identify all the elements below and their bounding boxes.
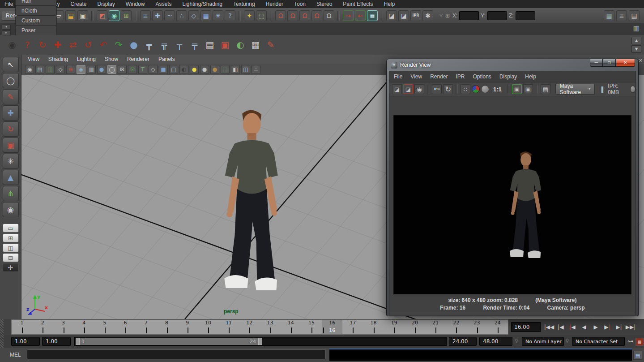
undo-icon[interactable]: ↶ [97,38,110,52]
shelf-tab-custom[interactable]: Custom [15,15,57,25]
highlight-selection-icon[interactable]: ⬚ [256,10,267,21]
attribute-editor-icon[interactable]: ▦ [604,10,614,21]
play-forwards-button[interactable]: ▶ [590,322,601,332]
rotate-tool[interactable]: ↻ [3,121,19,137]
camera-bookmarks-icon[interactable]: ▤ [35,65,44,74]
timeline-frame-20[interactable]: 20 [405,320,425,334]
timeline-frame-19[interactable]: 19 [384,320,405,334]
auto-keyframe-icon[interactable]: ▦ [635,338,644,346]
renderer-selector[interactable]: Maya Software ▾ [555,84,595,95]
anim-end-field[interactable]: 48.00 [479,337,512,346]
current-time-field[interactable]: 16.00 [511,322,541,332]
keep-image-icon[interactable]: ▤ [541,84,550,94]
use-all-lights-icon[interactable]: ◐ [179,65,188,74]
directional-light-icon[interactable]: ● [210,65,219,74]
render-view-menu-help[interactable]: Help [525,73,536,80]
grid-toggle-icon[interactable]: ◈ [77,65,85,74]
render-view-titlebar[interactable]: ✦ Render View — ▢ ✕ [389,59,636,71]
display-real-size-icon[interactable]: ▣ [512,84,522,94]
snap-settings-icon[interactable]: ≡ [140,10,151,21]
layout-persp-graph[interactable]: ⊟ [3,253,19,262]
camera-track-icon[interactable]: ✚ [51,38,64,52]
resolution-gate-icon[interactable]: ● [97,65,106,74]
default-light-icon[interactable]: ● [190,65,199,74]
lasso-tool[interactable]: ◯ [3,73,19,88]
redo-previous-render-icon[interactable]: ◪ [403,84,413,94]
timeline-frame-16[interactable]: 1616 [322,320,342,334]
render-icon[interactable]: ◪ [392,84,402,94]
select-component-icon[interactable]: ⊞ [121,10,132,21]
character-model[interactable] [214,108,288,295]
magnet-point-icon[interactable]: Ω [299,10,310,21]
timeline-frame-2[interactable]: 2 [32,320,53,334]
timeline-frame-4[interactable]: 4 [74,320,94,334]
magnet-live-icon[interactable]: Ω [324,10,334,21]
timeline-frame-15[interactable]: 15 [301,320,322,334]
film-reel-icon[interactable]: ◉ [5,38,19,52]
select-tool[interactable]: ↖ [3,57,19,72]
render-view-menu-file[interactable]: File [394,73,402,80]
smooth-shade-icon[interactable]: ■ [159,65,168,74]
tool-settings-icon[interactable]: ≡ [616,10,627,21]
select-object-icon[interactable]: ◉ [109,10,119,21]
input-connections-icon[interactable]: → [343,10,354,21]
redo-icon[interactable]: ↷ [112,38,125,52]
snap-to-curves-icon[interactable]: ~ [164,10,175,21]
camera-roll-icon[interactable]: ↺ [81,38,95,52]
range-start-handle[interactable] [76,338,80,345]
universal-manipulator-tool[interactable]: ✳ [3,154,19,169]
ambient-light-icon[interactable]: ● [200,65,209,74]
go-to-start-button[interactable]: |◀◀ [543,322,555,332]
render-view-menu-ipr[interactable]: IPR [456,73,465,80]
safe-action-icon[interactable]: ⊡ [128,65,137,74]
menu-create[interactable]: Create [70,1,86,7]
viewport-menu-renderer[interactable]: Renderer [127,56,149,62]
character-set-field[interactable]: No Character Set [572,337,625,346]
open-scene-icon[interactable]: ⬓ [65,10,76,21]
timeline-frame-23[interactable]: 23 [466,320,487,334]
snap-to-center-icon[interactable]: ✳ [213,10,223,21]
timeline-frame-8[interactable]: 8 [156,320,177,334]
show-manipulator-tool[interactable]: ⋔ [3,186,19,201]
snapshot-icon[interactable]: ◉ [414,84,424,94]
timeline-frame-10[interactable]: 10 [198,320,218,334]
timeline-frame-7[interactable]: 7 [136,320,156,334]
viewport-menu-shading[interactable]: Shading [48,56,68,62]
viewport-menu-show[interactable]: Show [105,56,118,62]
timeline-frame-21[interactable]: 21 [425,320,446,334]
menu-display[interactable]: Display [97,1,115,7]
output-connections-icon[interactable]: ← [355,10,366,21]
magnet-grid-icon[interactable]: Ω [275,10,286,21]
render-settings-icon[interactable]: ✱ [422,10,433,21]
timeline-frame-6[interactable]: 6 [115,320,136,334]
film-gate-icon[interactable]: ▥ [87,65,96,74]
timeline-frame-17[interactable]: 17 [342,320,363,334]
play-backwards-button[interactable]: ◀ [578,322,590,332]
cube-project-icon[interactable]: ▦ [249,38,262,52]
trash-icon[interactable]: ▥ [633,25,640,32]
close-button[interactable]: ✕ [616,59,635,67]
timeline-frame-22[interactable]: 22 [446,320,466,334]
scroll-up-icon[interactable]: ▲ [631,37,641,44]
layout-custom[interactable]: ✣ [3,263,19,272]
render-view-menu-display[interactable]: Display [499,73,517,80]
command-line-output[interactable] [329,349,632,361]
save-scene-icon[interactable]: ▣ [77,10,88,21]
magnet-plane-icon[interactable]: Ω [311,10,322,21]
joint-handle-icon[interactable]: ╤ [188,38,201,52]
paint-effects-brush-icon[interactable]: ✎ [264,38,277,52]
layout-outliner-persp[interactable]: ◫ [3,243,19,252]
pause-ipr-button[interactable]: ‖ [601,86,605,92]
display-rgb-channels-icon[interactable] [472,85,480,93]
menu-window[interactable]: Window [126,1,145,7]
shelf-tab-poser[interactable]: Poser [15,25,57,35]
maximize-button[interactable]: ▢ [603,59,616,67]
range-slider-track[interactable]: 1 24 [74,337,447,346]
scale-tool[interactable]: ▣ [3,138,19,153]
move-tool[interactable]: ✚ [3,105,19,121]
camera-dolly-icon[interactable]: ⇄ [66,38,80,52]
magnet-curve-icon[interactable]: Ω [287,10,298,21]
soft-modification-tool[interactable]: ▲ [3,170,19,185]
snap-help-icon[interactable]: ? [225,10,235,21]
clear-image-icon[interactable]: ▣ [523,84,533,94]
